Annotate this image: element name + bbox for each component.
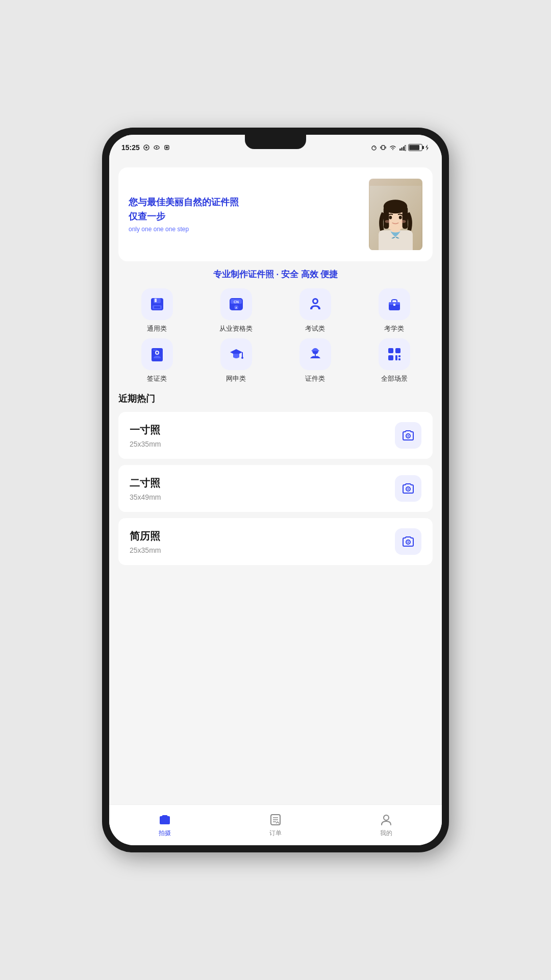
svg-rect-53 (388, 355, 393, 360)
recent-hot-title: 近期热门 (118, 393, 433, 405)
svg-point-44 (156, 352, 158, 354)
category-item-school[interactable]: 考学类 (356, 288, 433, 333)
category-icon-school (379, 288, 410, 320)
category-item-certificate[interactable]: 证件类 (277, 338, 354, 383)
svg-rect-9 (382, 145, 385, 150)
island-icon (307, 346, 323, 362)
photo-info-0: 一寸照 25x35mm (130, 423, 395, 448)
svg-rect-13 (402, 148, 403, 151)
category-label-all: 全部场景 (381, 374, 408, 383)
category-label-school: 考学类 (384, 324, 404, 333)
photo-info-2: 简历照 25x35mm (130, 529, 395, 554)
photo-item-2[interactable]: 简历照 25x35mm (118, 518, 433, 565)
graduation-icon (228, 346, 244, 362)
svg-point-1 (145, 146, 147, 149)
camera-button-0[interactable] (395, 422, 421, 449)
category-icon-all (379, 338, 410, 370)
signal-icon (399, 144, 406, 151)
category-icon-certificate (299, 338, 331, 370)
camera-button-1[interactable] (395, 475, 421, 502)
svg-rect-22 (403, 207, 408, 229)
photo-list: 一寸照 25x35mm 二寸照 35x49 (118, 412, 433, 571)
category-label-visa: 签证类 (147, 374, 167, 383)
svg-point-23 (389, 216, 392, 219)
svg-rect-56 (398, 358, 400, 360)
svg-rect-14 (403, 146, 405, 151)
nav-label-order: 订单 (269, 829, 282, 838)
category-item-exam[interactable]: 考试类 (277, 288, 354, 333)
bottom-nav: 拍摄 订单 (109, 804, 442, 845)
svg-point-24 (399, 216, 402, 219)
photo-size-1: 35x49mm (130, 493, 395, 501)
svg-rect-41 (393, 304, 395, 306)
nav-icon-mine (379, 813, 393, 827)
save-icon (149, 296, 165, 312)
nav-item-order[interactable]: 订单 (220, 813, 331, 838)
category-item-online-app[interactable]: 网申类 (197, 338, 274, 383)
category-item-visa[interactable]: 签证类 (118, 338, 195, 383)
category-icon-visa (141, 338, 173, 370)
photo-item-0[interactable]: 一寸照 25x35mm (118, 412, 433, 459)
nav-icon-camera (158, 813, 172, 827)
svg-line-8 (374, 147, 375, 148)
category-item-all[interactable]: 全部场景 (356, 338, 433, 383)
status-icons (370, 144, 430, 151)
nav-item-camera[interactable]: 拍摄 (109, 813, 220, 838)
photo-name-2: 简历照 (130, 529, 395, 543)
svg-rect-21 (384, 207, 389, 229)
svg-rect-31 (154, 306, 160, 308)
order-nav-icon (269, 813, 282, 826)
svg-point-3 (156, 147, 157, 149)
category-icon-qualify: CN A (220, 288, 252, 320)
category-grid: 通用类 CN A 从业资格类 (118, 288, 433, 383)
photo-name-0: 一寸照 (130, 423, 395, 437)
category-label-exam: 考试类 (305, 324, 325, 333)
nav-label-camera: 拍摄 (159, 829, 171, 838)
svg-point-48 (241, 357, 243, 359)
portrait-svg (369, 186, 422, 250)
hero-banner: 您与最佳美丽自然的证件照 仅查一步 only one one one step (118, 167, 433, 261)
svg-rect-55 (398, 355, 400, 357)
category-label-online-app: 网申类 (226, 374, 246, 383)
eye-icon (153, 144, 160, 151)
svg-point-25 (385, 220, 390, 223)
grid-icon (386, 346, 403, 362)
photo-name-1: 二寸照 (130, 476, 395, 490)
doc-person-icon (149, 346, 165, 362)
nav-icon-order (268, 813, 283, 827)
photo-size-0: 25x35mm (130, 440, 395, 448)
nav-label-mine: 我的 (380, 829, 392, 838)
svg-rect-29 (155, 299, 157, 302)
svg-rect-45 (153, 350, 157, 351)
category-label-certificate: 证件类 (305, 374, 325, 383)
camera-nav-icon (158, 813, 171, 826)
alarm-icon (370, 144, 378, 151)
camera-icon-1 (402, 482, 415, 495)
svg-point-64 (164, 819, 166, 821)
vibrate-icon (380, 144, 387, 151)
svg-rect-52 (395, 348, 400, 353)
nav-item-mine[interactable]: 我的 (331, 813, 442, 838)
camera-button-2[interactable] (395, 528, 421, 555)
hero-title-line2: 仅查一步 (129, 210, 369, 223)
category-label-qualify: 从业资格类 (219, 324, 253, 333)
svg-rect-54 (395, 355, 397, 360)
category-item-qualify[interactable]: CN A 从业资格类 (197, 288, 274, 333)
svg-text:A: A (235, 306, 237, 309)
mine-nav-icon (380, 813, 393, 826)
svg-point-38 (314, 300, 317, 303)
photo-info-1: 二寸照 35x49mm (130, 476, 395, 501)
status-time: 15:25 (121, 143, 170, 152)
person-card-icon (307, 296, 323, 312)
category-item-general[interactable]: 通用类 (118, 288, 195, 333)
hero-desc: only one one one step (129, 226, 369, 233)
camera-icon-2 (402, 535, 415, 548)
phone-device: 15:25 您与最佳美丽自然的证件 (102, 128, 449, 852)
svg-rect-15 (405, 145, 407, 151)
location-icon (143, 144, 150, 151)
category-icon-general (141, 288, 173, 320)
svg-point-69 (384, 815, 389, 820)
photo-item-1[interactable]: 二寸照 35x49mm (118, 465, 433, 512)
svg-text:CN: CN (233, 300, 238, 304)
phone-screen: 15:25 您与最佳美丽自然的证件 (109, 135, 442, 845)
